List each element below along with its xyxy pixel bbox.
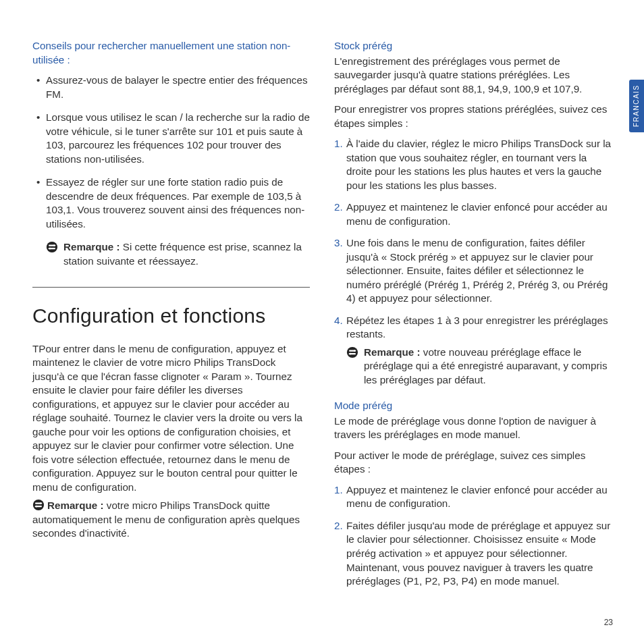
tips-heading: Conseils pour rechercher manuellement un… (32, 39, 310, 67)
remark-note: Remarque : Si cette fréquence est prise,… (32, 240, 310, 268)
note-icon (346, 346, 358, 358)
section-title: Configuration et fonctions (32, 302, 310, 330)
step-text: Faites défiler jusqu'au mode de prérégla… (346, 520, 610, 587)
stock-steps-list: 1.À l'aide du clavier, réglez le micro P… (334, 137, 612, 387)
svg-point-0 (47, 242, 57, 252)
step-number: 1. (334, 137, 343, 151)
page-content: Conseils pour rechercher manuellement un… (0, 0, 644, 628)
step-item: 2.Faites défiler jusqu'au mode de prérég… (334, 519, 612, 589)
step-number: 4. (334, 314, 343, 328)
tip-item: Lorsque vous utilisez le scan / la reche… (36, 111, 310, 166)
right-column: Stock prérég L'enregistrement des prérég… (334, 39, 612, 601)
remark-text: Remarque : Si cette fréquence est prise,… (63, 240, 310, 268)
step-text: Répétez les étapes 1 à 3 pour enregistre… (346, 315, 608, 340)
language-side-tab: FRANCAIS (629, 80, 644, 132)
mode-steps-list: 1.Appuyez et maintenez le clavier enfonc… (334, 483, 612, 589)
step-number: 3. (334, 236, 343, 250)
step-text: Appuyez et maintenez le clavier enfoncé … (346, 484, 608, 510)
step-number: 1. (334, 483, 343, 498)
mode-heading: Mode prérég (334, 399, 612, 413)
remark-label: Remarque : (364, 346, 421, 358)
step-item: 4.Répétez les étapes 1 à 3 pour enregist… (334, 314, 612, 387)
step-item: 3.Une fois dans le menu de configuration… (334, 236, 612, 306)
step-text: Une fois dans le menu de configuration, … (346, 237, 608, 304)
step-text: Appuyez et maintenez le clavier enfoncé … (346, 201, 608, 227)
step-number: 2. (334, 519, 343, 533)
remark-label: Remarque : (63, 241, 120, 252)
remark-note: Remarque : votre nouveau préréglage effa… (346, 346, 612, 387)
mode-lead: Pour activer le mode de préréglage, suiv… (334, 449, 612, 477)
section-body: TPour entrer dans le menu de configurati… (32, 342, 310, 495)
step-item: 1.À l'aide du clavier, réglez le micro P… (334, 137, 612, 192)
tip-item: Essayez de régler sur une forte station … (36, 176, 310, 231)
step-item: 1.Appuyez et maintenez le clavier enfonc… (334, 483, 612, 511)
stock-intro: L'enregistrement des préréglages vous pe… (334, 55, 612, 97)
section-divider (32, 287, 310, 288)
left-column: Conseils pour rechercher manuellement un… (32, 39, 310, 601)
step-item: 2.Appuyez et maintenez le clavier enfonc… (334, 200, 612, 228)
remark-label: Remarque : (47, 500, 104, 511)
step-text: À l'aide du clavier, réglez le micro Phi… (346, 138, 611, 191)
stock-preset-section: Stock prérég L'enregistrement des prérég… (334, 39, 612, 387)
step-number: 2. (334, 200, 343, 215)
note-icon (46, 241, 58, 253)
tips-bullet-list: Assurez-vous de balayer le spectre entie… (32, 74, 310, 231)
svg-point-5 (33, 500, 44, 510)
tip-item: Assurez-vous de balayer le spectre entie… (36, 74, 310, 101)
mode-preset-section: Mode prérég Le mode de préréglage vous d… (334, 399, 612, 588)
page-number: 23 (604, 617, 613, 628)
svg-point-10 (347, 347, 358, 358)
mode-intro: Le mode de préréglage vous donne l'optio… (334, 414, 612, 442)
note-icon (32, 499, 45, 511)
remark-text: Remarque : votre nouveau préréglage effa… (364, 346, 612, 387)
stock-lead: Pour enregistrer vos propres stations pr… (334, 103, 612, 130)
remark-note: Remarque : votre micro Philips TransDock… (32, 498, 310, 541)
stock-heading: Stock prérég (334, 39, 612, 53)
